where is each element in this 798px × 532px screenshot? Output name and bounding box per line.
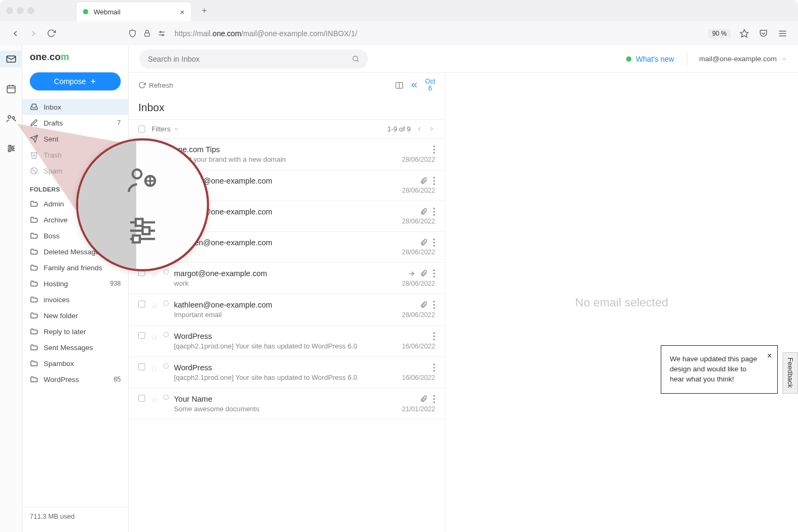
new-tab-button[interactable]: +: [202, 5, 207, 16]
folder-new-folder[interactable]: New folder: [22, 307, 128, 323]
address-bar[interactable]: https://mail.one.com/mail@one-example.co…: [174, 29, 700, 38]
filters-button[interactable]: Filters: [152, 125, 179, 133]
menu-icon[interactable]: [778, 29, 787, 38]
folder-sent-messages[interactable]: Sent Messages: [22, 339, 128, 355]
attachment-icon: [420, 207, 428, 215]
read-indicator-icon[interactable]: [163, 395, 169, 400]
message-date: 28/06/2022: [402, 280, 435, 287]
page-range: 1-9 of 9: [387, 125, 411, 133]
spam-icon: [30, 167, 38, 175]
more-icon[interactable]: [433, 395, 435, 403]
reload-button[interactable]: [47, 29, 56, 38]
rail-contacts[interactable]: [0, 110, 22, 127]
message-checkbox[interactable]: [138, 395, 145, 402]
star-icon[interactable]: ☆: [151, 301, 158, 311]
message-sender: WordPress: [174, 332, 429, 340]
more-icon[interactable]: [433, 301, 435, 309]
read-indicator-icon[interactable]: [163, 301, 169, 306]
search-box[interactable]: [139, 49, 368, 69]
svg-rect-19: [9, 145, 10, 147]
folder-drafts[interactable]: Drafts7: [22, 115, 128, 131]
collapse-icon[interactable]: [410, 81, 419, 89]
prev-page-icon[interactable]: [416, 126, 423, 132]
rail-settings[interactable]: [0, 140, 22, 157]
star-icon[interactable]: ☆: [151, 395, 158, 405]
layout-toggle-icon[interactable]: [395, 81, 404, 90]
folder-wordpress[interactable]: WordPress85: [22, 371, 128, 387]
compose-button[interactable]: Compose: [30, 72, 121, 90]
close-feedback-icon[interactable]: ×: [767, 350, 772, 362]
folder-inbox[interactable]: Inbox: [22, 99, 128, 115]
more-icon[interactable]: [433, 269, 435, 278]
message-row[interactable]: ☆ Your Name Some awesome documents 21/01…: [129, 388, 445, 420]
message-checkbox[interactable]: [138, 332, 145, 339]
back-button[interactable]: [11, 29, 20, 38]
permissions-icon[interactable]: [157, 29, 166, 38]
close-window-icon[interactable]: [6, 7, 13, 14]
svg-point-3: [160, 31, 162, 33]
lock-icon[interactable]: [143, 29, 151, 37]
message-checkbox[interactable]: [138, 363, 145, 370]
more-icon[interactable]: [433, 207, 435, 216]
more-icon[interactable]: [433, 177, 435, 185]
svg-point-49: [433, 304, 435, 306]
attachment-icon: [420, 301, 428, 309]
folder-invoices[interactable]: invoices: [22, 292, 128, 307]
message-date: 28/06/2022: [402, 156, 435, 163]
message-sender: WordPress: [174, 363, 429, 372]
more-icon[interactable]: [433, 363, 435, 372]
rail-mail[interactable]: [0, 51, 22, 68]
rail-calendar[interactable]: [0, 80, 22, 97]
site-security-icons: [128, 29, 166, 38]
svg-rect-68: [133, 235, 140, 242]
svg-point-58: [433, 398, 435, 400]
star-icon[interactable]: ☆: [151, 332, 158, 342]
message-row[interactable]: ☆ margot@one-example.com work 28/06/2022: [129, 263, 445, 294]
message-checkbox[interactable]: [138, 301, 145, 307]
pocket-icon[interactable]: [759, 29, 768, 38]
folder-hosting[interactable]: Hosting938: [22, 276, 128, 292]
read-indicator-icon[interactable]: [163, 332, 169, 337]
message-row[interactable]: ☆ WordPress [qacph2.1prod.one] Your site…: [129, 326, 445, 357]
svg-point-38: [433, 208, 435, 210]
browser-tab[interactable]: Webmail ×: [77, 2, 191, 21]
search-input[interactable]: [148, 55, 352, 63]
forward-button[interactable]: [29, 29, 38, 38]
search-icon[interactable]: [352, 55, 360, 63]
folder-sidebar: one.com Compose InboxDrafts7SentTrashSpa…: [22, 45, 129, 532]
message-row[interactable]: ☆ WordPress [qacph2.1prod.one] Your site…: [129, 357, 445, 388]
more-icon[interactable]: [433, 238, 435, 247]
svg-point-54: [433, 364, 435, 365]
next-page-icon[interactable]: [428, 126, 435, 132]
message-sender: margot@one-example.com: [174, 269, 403, 278]
feedback-tab[interactable]: Feedback: [783, 352, 798, 394]
whats-new-link[interactable]: What's new: [626, 55, 674, 63]
more-icon[interactable]: [433, 145, 435, 154]
star-icon[interactable]: ☆: [151, 269, 158, 279]
read-indicator-icon[interactable]: [163, 363, 169, 369]
refresh-button[interactable]: Refresh: [138, 81, 173, 89]
minimize-window-icon[interactable]: [17, 7, 23, 14]
shield-icon[interactable]: [128, 29, 137, 38]
date-button[interactable]: Oct6: [425, 78, 435, 92]
message-row[interactable]: ☆ kathleen@one-example.com Important ema…: [129, 294, 445, 326]
folder-sent[interactable]: Sent: [22, 131, 128, 147]
folder-reply-to-later[interactable]: Reply to later: [22, 323, 128, 339]
more-icon[interactable]: [433, 332, 435, 340]
star-icon[interactable]: ☆: [151, 363, 158, 373]
list-title: Inbox: [129, 97, 445, 120]
read-indicator-icon[interactable]: [163, 269, 169, 275]
maximize-window-icon[interactable]: [28, 7, 34, 14]
folder-spambox[interactable]: Spambox: [22, 355, 128, 371]
zoom-level[interactable]: 90 %: [708, 29, 731, 38]
account-menu[interactable]: mail@one-example.com: [699, 55, 787, 63]
drafts-icon: [30, 119, 38, 127]
message-date: 16/06/2022: [402, 374, 435, 381]
folder-icon: [30, 215, 38, 224]
message-subject: [qacph2.1prod.one] Your site has updated…: [174, 373, 402, 381]
select-all-checkbox[interactable]: [138, 126, 145, 132]
bookmark-star-icon[interactable]: [739, 29, 749, 38]
message-date: 28/06/2022: [402, 311, 435, 319]
svg-point-48: [433, 301, 435, 303]
close-tab-icon[interactable]: ×: [180, 7, 185, 16]
